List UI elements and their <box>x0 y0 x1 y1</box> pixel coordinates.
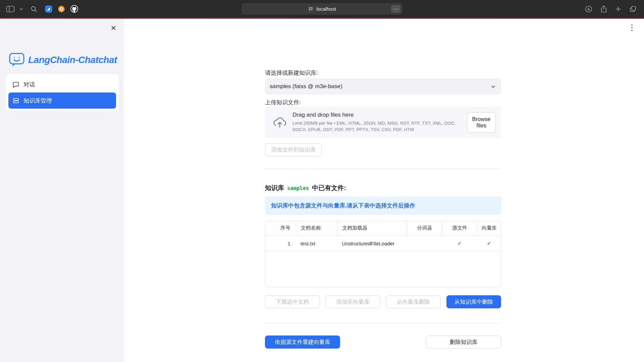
app-logo-text: LangChain-Chatchat <box>28 55 117 65</box>
kb-select-dropdown[interactable]: samples (faiss @ m3e-base) <box>265 78 501 95</box>
kb-name-code: samples <box>287 185 309 191</box>
sidebar-menu: 对话 知识库管理 <box>6 74 119 111</box>
chat-bubble-logo-icon <box>9 52 25 68</box>
app-menu-button[interactable]: ⋮ <box>628 23 636 32</box>
cell-name: test.txt <box>296 236 337 251</box>
col-header-loader[interactable]: 文档加载器 <box>337 221 407 236</box>
divider <box>265 323 501 323</box>
col-header-vector[interactable]: 向量库 <box>477 221 501 236</box>
cell-loader: UnstructuredFileLoader <box>337 236 407 251</box>
cell-index: 1 <box>265 236 296 251</box>
cell-splitter <box>407 236 442 251</box>
file-dropzone[interactable]: Drag and drop files here Limit 200MB per… <box>265 107 501 138</box>
url-text: localhost <box>316 6 336 12</box>
rebuild-vector-store-button[interactable]: 依据源文件重建向量库 <box>265 336 340 349</box>
file-action-buttons: 下载选中文档 添加至向量库 从向量库删除 从知识库中删除 <box>265 295 501 308</box>
chevron-down-icon[interactable] <box>19 8 23 10</box>
page-options-button[interactable]: ⋯ <box>391 5 400 13</box>
kb-action-buttons: 依据源文件重建向量库 删除知识库 <box>265 336 501 349</box>
select-chevron-icon <box>490 83 496 90</box>
info-alert: 知识库中包含源文件与向量库,请从下表中选择文件后操作 <box>265 196 501 215</box>
browse-files-button[interactable]: Browse files <box>467 112 496 133</box>
delete-kb-button[interactable]: 删除知识库 <box>426 336 501 349</box>
search-icon[interactable] <box>31 6 37 12</box>
extension-icon-blue[interactable] <box>45 5 53 13</box>
cell-vector-check: ✓ <box>477 236 501 251</box>
sidebar-close-button[interactable]: ✕ <box>110 24 116 32</box>
sidebar-item-dialogue[interactable]: 对话 <box>8 76 116 93</box>
sidebar: ✕ LangChain-Chatchat 对话 <box>0 19 124 362</box>
dropzone-limit-text: Limit 200MB per file • EML, HTML, JSON, … <box>292 120 461 133</box>
download-selected-button[interactable]: 下载选中文档 <box>265 295 320 308</box>
browser-toolbar: localhost ⋯ <box>0 0 644 18</box>
kb-heading-suffix: 中已有文件: <box>312 184 346 192</box>
sidebar-toggle-icon[interactable] <box>6 6 15 12</box>
app-logo: LangChain-Chatchat <box>9 52 117 68</box>
share-icon[interactable] <box>600 5 607 13</box>
chat-icon <box>12 81 19 88</box>
kb-select-label: 请选择或新建知识库: <box>265 69 501 77</box>
delete-from-kb-button[interactable]: 从知识库中删除 <box>446 295 501 308</box>
col-header-name[interactable]: 文档名称 <box>296 221 337 236</box>
extension-icon-orange[interactable] <box>57 5 65 13</box>
main-content: 请选择或新建知识库: samples (faiss @ m3e-base) 上传… <box>265 38 501 349</box>
database-icon <box>12 97 19 104</box>
kb-heading-prefix: 知识库 <box>265 184 284 192</box>
divider <box>265 169 501 169</box>
col-header-index[interactable]: 序号 <box>265 221 296 236</box>
new-tab-icon[interactable] <box>615 6 621 12</box>
sidebar-item-label: 对话 <box>23 81 35 88</box>
cell-source-check: ✓ <box>442 236 478 251</box>
col-header-splitter[interactable]: 分词器 <box>407 221 442 236</box>
col-header-source[interactable]: 源文件 <box>442 221 478 236</box>
uploader-texts: Drag and drop files here Limit 200MB per… <box>292 112 461 133</box>
github-icon[interactable] <box>70 5 78 13</box>
kb-selected-value: samples (faiss @ m3e-base) <box>270 83 490 90</box>
site-favicon <box>308 6 314 12</box>
tab-overview-icon[interactable] <box>629 5 637 13</box>
cloud-upload-icon <box>273 116 286 129</box>
kb-files-heading: 知识库 samples 中已有文件: <box>265 184 501 192</box>
address-bar[interactable]: localhost ⋯ <box>241 3 402 15</box>
add-to-vector-button[interactable]: 添加至向量库 <box>325 295 380 308</box>
sidebar-item-label: 知识库管理 <box>23 97 52 105</box>
table-header-row: 序号 文档名称 文档加载器 分词器 源文件 向量库 <box>265 221 501 236</box>
delete-from-vector-button[interactable]: 从向量库删除 <box>386 295 441 308</box>
dropzone-title: Drag and drop files here <box>292 112 461 118</box>
upload-label: 上传知识文件: <box>265 99 501 107</box>
add-files-to-kb-button[interactable]: 添加文件到知识库 <box>265 143 322 156</box>
downloads-icon[interactable] <box>585 5 592 13</box>
kb-files-table: 序号 文档名称 文档加载器 分词器 源文件 向量库 1 test.txt Uns… <box>265 220 501 287</box>
sidebar-item-kb-management[interactable]: 知识库管理 <box>8 93 116 109</box>
table-row[interactable]: 1 test.txt UnstructuredFileLoader ✓ ✓ <box>265 236 501 251</box>
